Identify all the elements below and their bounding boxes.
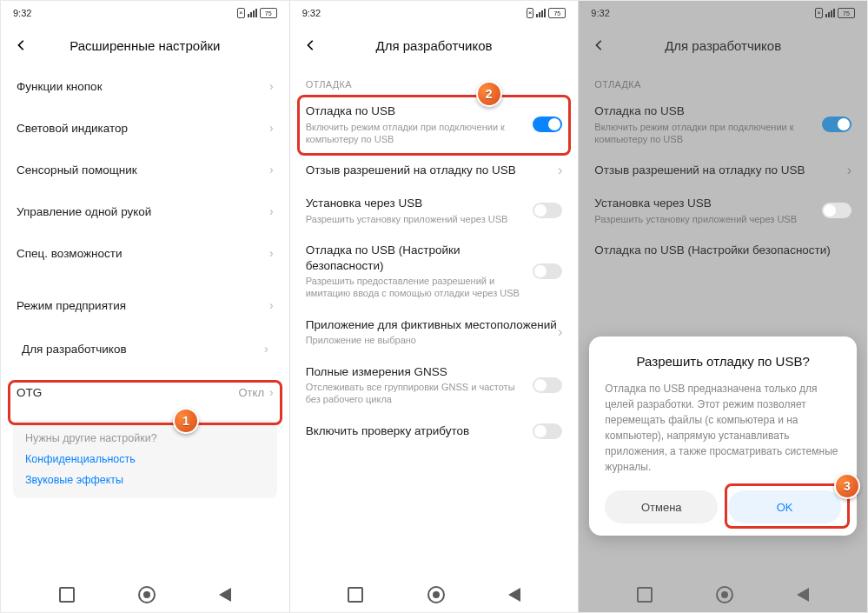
page-title: Для разработчиков	[290, 38, 579, 53]
chevron-right-icon: ›	[269, 298, 274, 312]
row-usb-security[interactable]: Отладка по USB (Настройки безопасности)Р…	[290, 234, 579, 309]
row-install-usb: Установка через USBРазрешить установку п…	[579, 187, 867, 234]
link-sound[interactable]: Звуковые эффекты	[25, 474, 265, 486]
signal-icon	[825, 9, 835, 17]
row-accessibility[interactable]: Спец. возможности›	[1, 232, 289, 274]
battery-icon: 75	[838, 8, 855, 18]
section-header-debug: ОТЛАДКА	[290, 65, 579, 95]
header: Расширенные настройки	[1, 25, 289, 65]
status-time: 9:32	[302, 8, 321, 18]
dialog-title: Разрешить отладку по USB?	[605, 354, 841, 369]
chevron-right-icon: ›	[558, 324, 562, 340]
back-button[interactable]	[13, 37, 30, 54]
nav-bar	[579, 577, 867, 612]
nav-recent[interactable]	[59, 587, 75, 603]
status-time: 9:32	[591, 8, 609, 18]
cancel-button[interactable]: Отмена	[605, 490, 718, 523]
card-icon: ×	[815, 8, 823, 18]
battery-icon: 75	[548, 8, 566, 18]
nav-back[interactable]	[797, 588, 809, 602]
toggle-usb-debug[interactable]	[533, 117, 562, 132]
link-privacy[interactable]: Конфиденциальность	[25, 453, 265, 465]
header: Для разработчиков	[290, 25, 579, 65]
toggle-install-usb	[822, 203, 851, 218]
nav-recent[interactable]	[637, 587, 653, 603]
row-enterprise[interactable]: Режим предприятия›	[1, 284, 289, 326]
signal-icon	[248, 9, 257, 17]
phone-screen-3: 9:32 × 75 Для разработчиков ОТЛАДКА Отла…	[579, 1, 867, 612]
back-button[interactable]	[591, 37, 608, 54]
nav-back[interactable]	[508, 588, 520, 602]
dialog-allow-usb-debug: Разрешить отладку по USB? Отладка по USB…	[589, 336, 857, 536]
chevron-right-icon: ›	[269, 121, 274, 135]
section-header-debug: ОТЛАДКА	[579, 65, 867, 95]
status-bar: 9:32 × 75	[290, 1, 579, 25]
nav-home[interactable]	[138, 586, 156, 603]
card-icon: ×	[527, 8, 534, 18]
row-buttons[interactable]: Функции кнопок›	[1, 65, 289, 107]
nav-bar	[1, 577, 289, 612]
battery-icon: 75	[260, 8, 277, 18]
chevron-right-icon: ›	[269, 163, 274, 177]
toggle-install-usb[interactable]	[533, 203, 562, 218]
chevron-right-icon: ›	[847, 163, 851, 178]
nav-bar	[290, 577, 579, 612]
row-revoke-auth: Отзыв разрешений на отладку по USB ›	[579, 154, 867, 187]
back-button[interactable]	[302, 37, 320, 54]
card-icon: ×	[237, 8, 245, 18]
dialog-body: Отладка по USB предназначена только для …	[605, 381, 841, 475]
chevron-right-icon: ›	[264, 342, 268, 356]
row-gnss[interactable]: Полные измерения GNSSОтслеживать все гру…	[290, 356, 579, 415]
suggestions-card: Нужны другие настройки? Конфиденциальнос…	[13, 420, 277, 498]
toggle-gnss[interactable]	[533, 377, 562, 393]
chevron-right-icon: ›	[558, 163, 562, 178]
row-install-usb[interactable]: Установка через USBРазрешить установку п…	[290, 187, 579, 234]
nav-home[interactable]	[427, 586, 445, 603]
status-bar: 9:32 × 75	[579, 1, 867, 25]
nav-recent[interactable]	[348, 587, 363, 603]
row-revoke-auth[interactable]: Отзыв разрешений на отладку по USB ›	[290, 154, 579, 187]
row-attr-check[interactable]: Включить проверку атрибутов	[290, 415, 579, 448]
chevron-right-icon: ›	[269, 385, 274, 399]
row-developer[interactable]: Для разработчиков›	[6, 328, 284, 370]
chevron-right-icon: ›	[269, 246, 274, 260]
chevron-right-icon: ›	[269, 204, 274, 218]
toggle-attr-check[interactable]	[533, 423, 562, 439]
row-usb-debug: Отладка по USBВключить режим отладки при…	[579, 95, 867, 154]
page-title: Для разработчиков	[579, 38, 867, 53]
row-touch-assist[interactable]: Сенсорный помощник›	[1, 149, 289, 190]
card-question: Нужны другие настройки?	[25, 432, 265, 444]
callout-badge-3: 3	[834, 473, 860, 499]
phone-screen-1: 9:32 × 75 Расширенные настройки Функции …	[1, 1, 290, 612]
row-led[interactable]: Световой индикатор›	[1, 107, 289, 149]
status-time: 9:32	[13, 8, 31, 18]
header: Для разработчиков	[579, 25, 867, 65]
row-usb-debug[interactable]: Отладка по USBВключить режим отладки при…	[290, 95, 579, 154]
phone-screen-2: 9:32 × 75 Для разработчиков ОТЛАДКА Отла…	[290, 1, 580, 612]
row-mock-location[interactable]: Приложение для фиктивных местоположенийП…	[290, 309, 579, 356]
nav-back[interactable]	[219, 588, 231, 602]
row-one-hand[interactable]: Управление одной рукой›	[1, 190, 289, 232]
chevron-right-icon: ›	[269, 79, 274, 93]
callout-badge-2: 2	[476, 81, 502, 107]
status-bar: 9:32 × 75	[1, 1, 289, 25]
toggle-usb-security[interactable]	[533, 263, 562, 279]
toggle-usb-debug	[822, 117, 851, 132]
row-otg[interactable]: OTGОткл›	[1, 371, 289, 413]
page-title: Расширенные настройки	[1, 38, 289, 53]
nav-home[interactable]	[716, 586, 733, 603]
callout-badge-1: 1	[173, 408, 199, 434]
row-usb-security: Отладка по USB (Настройки безопасности)	[579, 234, 867, 267]
signal-icon	[536, 9, 546, 17]
ok-button[interactable]: OK	[728, 490, 841, 523]
